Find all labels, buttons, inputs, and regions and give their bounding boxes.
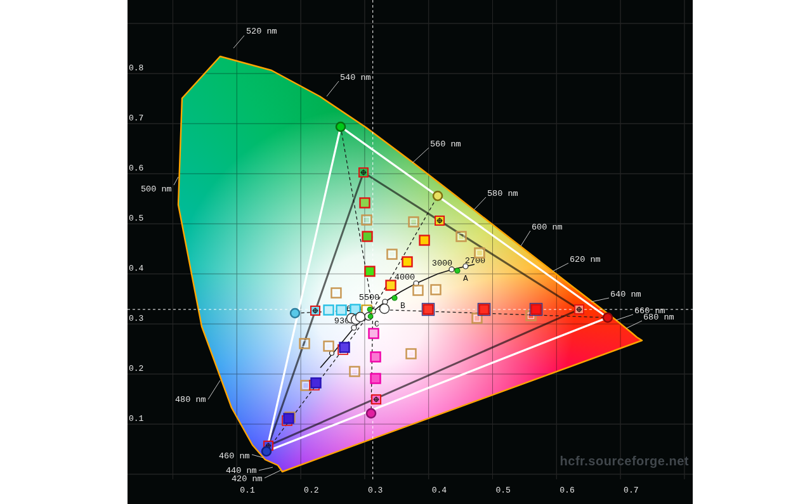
x-tick-0.2: 0.2 [304,486,318,494]
reference-square-inner [303,383,308,389]
sat-square-green [360,198,370,207]
illuminant-A [455,268,460,273]
x-tick-0.1: 0.1 [240,486,254,494]
wavelength-leader [474,197,486,210]
reference-square-inner [351,368,357,374]
reference-square [409,217,419,226]
grayscale-measurement [380,304,390,313]
sat-square-magenta [371,374,381,384]
reference-square-inner [433,287,438,292]
sat-square-cyan [324,306,334,315]
wavelength-label: 640 nm [610,290,641,299]
watermark: hcfr.sourceforge.net [560,454,689,468]
temp-marker-5500 [383,299,388,304]
temp-label-3000: 3000 [432,259,452,268]
reference-square [431,285,440,294]
wavelength-label: 560 nm [430,139,461,149]
x-tick-0.4: 0.4 [432,486,447,494]
wavelength-label: 680 nm [643,313,674,322]
wavelength-label: 460 nm [219,451,250,461]
reference-square-inner [415,287,421,293]
ray-yellow [373,196,438,309]
wavelength-label: 600 nm [532,223,563,232]
illuminant-label-B: B [400,301,405,311]
y-tick-0.3: 0.3 [129,314,143,323]
wavelength-label: 500 nm [141,184,172,194]
x-tick-0.7: 0.7 [624,486,638,494]
y-tick-0.2: 0.2 [129,365,143,373]
sat-square-red [423,305,433,314]
wavelength-leader [553,263,568,271]
temp-label-4000: 4000 [395,273,415,282]
x-tick-0.3: 0.3 [368,486,383,494]
reference-square [413,285,422,295]
reference-square [350,366,359,376]
wavelength-label: 540 nm [340,73,371,82]
wavelength-label: 580 nm [487,189,518,198]
cie-chart-canvas: 930065005500400030002700ABC520 nm540 nm5… [128,0,693,504]
y-tick-0.6: 0.6 [129,164,143,172]
wavelength-leader [591,298,609,302]
wavelength-leader [174,177,178,185]
y-tick-0.1: 0.1 [129,415,143,423]
reference-square [331,288,341,298]
sat-square-green [363,231,372,241]
wavelength-label: 480 nm [175,395,206,404]
sat-square-red [532,305,541,314]
measured-primary-cyan [291,309,299,318]
sat-square-blue [311,378,320,387]
ray-green [341,127,373,309]
x-tick-0.6: 0.6 [560,486,574,494]
wavelength-leader [327,81,339,96]
wavelength-leader [233,36,244,48]
illuminant-B [392,295,397,300]
reference-square-inner [476,250,482,255]
wavelength-label: 620 nm [570,255,601,264]
white-dot [367,307,372,312]
illuminant-label-C: C [374,320,379,329]
reference-square-inner [475,315,480,321]
y-tick-0.7: 0.7 [129,114,143,122]
sat-square-cyan [337,306,346,315]
wavelength-leader [626,321,642,328]
reference-square [362,215,372,224]
grayscale-measurement [356,313,365,322]
wavelength-leader [259,467,273,470]
reference-square-inner [333,290,339,296]
y-tick-0.8: 0.8 [129,64,143,72]
wavelength-label: 520 nm [246,27,277,36]
reference-square-inner [389,252,395,257]
sat-square-blue [284,413,294,423]
white-dot [368,314,373,319]
wavelength-leader [616,314,633,320]
reference-square [473,313,482,323]
reference-square-inner [408,351,414,357]
sat-square-yellow [403,257,412,266]
gridlines [128,0,693,479]
cie-diagram-svg: 930065005500400030002700ABC520 nm540 nm5… [128,0,693,504]
measured-primary-magenta [367,409,376,418]
reference-square [324,341,334,351]
reference-square [406,349,416,359]
wavelength-leader [521,231,530,246]
temp-label-5500: 5500 [359,293,379,302]
measured-primary-blue [262,447,271,456]
wavelength-leader [208,380,220,399]
measured-primary-yellow [433,191,442,200]
sat-square-yellow [386,281,396,290]
measured-primary-green [336,122,345,131]
hcfr-window: { "watermark": "hcfr.sourceforge.net", "… [0,0,812,504]
reference-square-inner [326,343,332,349]
sat-square-red [479,305,488,314]
sat-square-blue [340,342,350,352]
x-tick-0.5: 0.5 [496,486,511,494]
reference-square [387,250,396,259]
sat-square-yellow [420,235,429,245]
measured-primary-red [603,313,612,322]
wavelength-label: 420 nm [232,474,263,484]
y-tick-0.5: 0.5 [129,214,143,223]
sat-square-green [365,266,374,276]
sat-square-magenta [371,352,381,361]
illuminant-label-A: A [463,274,468,283]
wavelength-leader [412,148,429,163]
